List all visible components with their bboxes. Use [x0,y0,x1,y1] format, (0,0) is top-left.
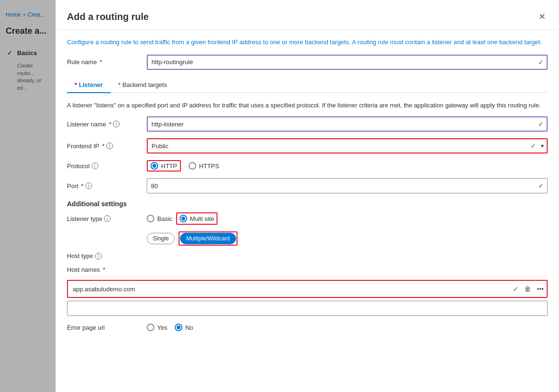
host-type-multiple-highlight: Multiple/Wildcard [179,231,237,246]
protocol-radio-group: HTTP HTTPS [147,160,548,172]
hostname-row-1: ✓ 🗑 ••• [67,280,548,298]
listener-name-input[interactable] [147,116,548,132]
protocol-https-radio-btn [189,162,196,170]
hostname-row-2 [67,301,548,316]
host-type-single[interactable]: Single [147,233,175,244]
protocol-https-radio[interactable]: HTTPS [189,162,219,170]
listener-type-basic-radio [147,215,154,222]
modal-title: Add a routing rule [67,11,149,22]
protocol-http-radio-btn [151,162,158,170]
port-input[interactable] [147,178,548,193]
hostname-check-icon: ✓ [511,285,521,293]
page-background: Home > Crea... Create a... ✓ Basics Crea… [0,0,559,392]
rule-name-label: Rule name * [67,58,143,66]
listener-type-multisite-highlight: Multi site [176,212,218,225]
modal-info-text: Configure a routing rule to send traffic… [67,38,548,47]
host-type-row: Single Multiple/Wildcard [67,231,548,246]
protocol-info-icon[interactable]: i [92,163,98,169]
port-info-icon[interactable]: i [85,182,92,189]
host-type-label-row: Host type i [67,252,548,259]
hostname-input-2[interactable] [67,301,547,316]
frontend-ip-dropdown-wrap: Public Private ✓ ▾ [147,138,548,153]
modal-body: Configure a routing rule to send traffic… [56,30,559,392]
rule-name-check-icon: ✓ [538,58,544,66]
close-icon: ✕ [539,11,546,22]
host-type-info-icon[interactable]: i [95,253,102,259]
listener-name-label: Listener name * i [67,121,143,128]
port-label: Port * i [67,182,143,190]
listener-name-info-icon[interactable]: i [113,121,120,127]
listener-type-row: Listener type i Basic Multi site [67,212,548,225]
listener-name-check-icon: ✓ [538,120,544,128]
protocol-http-radio[interactable]: HTTP [151,162,177,170]
close-button[interactable]: ✕ [537,10,548,24]
listener-type-label: Listener type i [67,215,143,222]
error-page-yes-radio [147,324,154,331]
frontend-ip-dropdown[interactable]: Public Private [147,138,548,153]
error-page-url-radio-group: Yes No [147,324,548,331]
rule-name-input-wrap: ✓ [147,55,548,70]
listener-type-multisite[interactable]: Multi site [178,214,216,223]
error-page-no[interactable]: No [175,324,193,331]
error-page-url-row: Error page url Yes No [67,324,548,331]
modal-header: Add a routing rule ✕ [56,0,559,30]
listener-type-multisite-radio [180,215,187,222]
hostname-input-1[interactable] [69,282,509,296]
host-type-field-label: Host type i [67,252,143,259]
host-names-label-row: Host names * [67,266,548,273]
port-check-icon: ✓ [538,182,544,190]
tab-backend-targets[interactable]: * Backend targets [111,77,175,93]
port-row: Port * i ✓ [67,178,548,193]
frontend-ip-label: Frontend IP * i [67,143,143,150]
listener-type-toggle-group: Basic Multi site [147,212,218,225]
host-names-label: Host names * [67,266,143,273]
frontend-ip-row: Frontend IP * i Public Private ✓ ▾ [67,138,548,153]
modal-overlay: Add a routing rule ✕ Configure a routing… [0,0,559,392]
listener-name-input-wrap: ✓ [147,116,548,132]
frontend-ip-info-icon[interactable]: i [106,143,113,149]
protocol-label: Protocol i [67,163,143,170]
error-page-yes[interactable]: Yes [147,324,167,331]
tab-listener[interactable]: * Listener [67,77,111,93]
modal-panel: Add a routing rule ✕ Configure a routing… [56,0,559,392]
additional-settings-heading: Additional settings [67,200,548,208]
listener-info-text: A listener "listens" on a specified port… [67,101,548,110]
error-page-no-radio [175,324,182,331]
tabs-row: * Listener * Backend targets [67,77,548,93]
protocol-row: Protocol i HTTP HTTPS [67,160,548,172]
listener-type-info-icon[interactable]: i [104,215,111,222]
hostname-more-icon[interactable]: ••• [535,285,546,293]
protocol-http-wrap: HTTP [147,160,181,172]
error-page-url-label: Error page url [67,324,143,331]
host-type-multiple[interactable]: Multiple/Wildcard [180,233,236,244]
port-input-wrap: ✓ [147,178,548,193]
host-type-toggle-group: Single Multiple/Wildcard [147,231,237,246]
rule-name-row: Rule name * ✓ [67,55,548,70]
hostname-delete-icon[interactable]: 🗑 [522,285,533,293]
rule-name-required: * [100,58,102,66]
listener-name-row: Listener name * i ✓ [67,116,548,132]
rule-name-input[interactable] [147,55,548,70]
listener-type-basic[interactable]: Basic [147,215,172,222]
